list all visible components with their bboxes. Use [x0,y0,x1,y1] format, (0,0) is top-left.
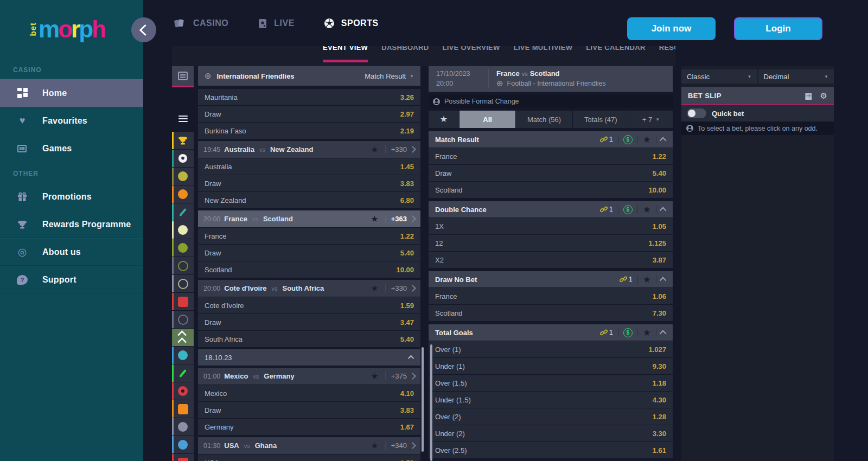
rail-volleyball-icon[interactable] [172,221,194,239]
odds-row[interactable]: Draw3.83 [198,175,420,191]
rail-rugby-union-icon[interactable] [172,275,194,292]
match-header-row[interactable]: 19:45AustraliavsNew Zealand★+330 [198,141,420,158]
rail-racing-flag-icon[interactable] [172,454,194,461]
filter-tab-totals-47[interactable]: Totals (47) [573,111,629,128]
favourite-star-icon[interactable]: ★ [643,275,651,284]
rail-baseball-icon[interactable] [172,347,194,364]
rail-football-icon[interactable] [172,150,194,167]
brand-logo[interactable]: bet morph [0,0,143,59]
collapse-chevron-icon[interactable] [660,330,667,337]
odds-row[interactable]: Draw5.40 [429,165,673,181]
favourite-star-icon[interactable]: ★ [643,205,651,214]
betslip-view-dropdown[interactable]: Classic ▼ [681,69,757,84]
odds-row[interactable]: Scotland7.30 [429,305,673,321]
odds-row[interactable]: Burkina Faso2.19 [198,123,420,139]
chevron-right-icon[interactable] [409,285,416,292]
chevron-right-icon[interactable] [409,373,416,380]
linked-bets[interactable]: 1 [620,276,633,283]
linked-bets[interactable]: 1 [600,136,613,143]
settings-gear-icon[interactable]: ⚙ [820,92,827,100]
rail-rugby-icon[interactable] [172,257,194,274]
favourite-star-icon[interactable]: ★ [371,441,378,450]
favourite-star-icon[interactable]: ★ [371,372,378,381]
favourite-star-icon[interactable]: ★ [371,215,378,223]
odds-row[interactable]: Over (1)1.027 [429,341,673,357]
sidebar-item-games[interactable]: Games [0,135,143,162]
odds-row[interactable]: Draw5.40 [198,245,420,261]
topnav-item-casino[interactable]: CASINO [174,18,228,29]
chevron-right-icon[interactable] [409,215,416,222]
topnav-item-live[interactable]: LIVE [258,18,295,29]
favourite-star-icon[interactable]: ★ [371,284,378,293]
chevron-right-icon[interactable] [409,146,416,153]
odds-row[interactable]: USA1.59 [198,454,420,461]
rail-tennis-icon[interactable] [172,168,194,185]
odds-row[interactable]: Over (2)1.28 [429,408,673,425]
odds-row[interactable]: Draw2.97 [198,106,420,122]
rail-mma-icon[interactable] [172,418,194,436]
chevron-right-icon[interactable] [409,442,416,449]
odds-row[interactable]: 1X1.05 [429,218,673,234]
favourite-star-icon[interactable]: ★ [371,145,378,154]
sidebar-item-promotions[interactable]: Promotions [0,183,143,210]
sidebar-item-rewards-programme[interactable]: Rewards Programme [0,210,143,238]
collapse-chevron-icon[interactable] [660,207,667,214]
sidebar-item-support[interactable]: ?Support [0,266,143,293]
match-header-row[interactable]: 20:00FrancevsScotland★+363 [198,210,420,227]
linked-bets[interactable]: 1 [600,329,613,336]
calculator-icon[interactable]: ▦ [805,92,812,100]
odds-row[interactable]: Over (1.5)1.18 [429,375,673,391]
linked-bets[interactable]: 1 [600,206,613,213]
topnav-item-sports[interactable]: SPORTS [324,18,379,29]
login-button[interactable]: Login [734,17,822,40]
rail-top-leagues-trophy-icon[interactable] [172,132,194,149]
rail-motorsport-icon[interactable] [172,293,194,310]
filter-tab-all[interactable]: All [459,111,515,128]
rail-rugby-ball-icon[interactable] [172,436,194,453]
odds-row[interactable]: Under (1)9.30 [429,358,673,374]
odds-row[interactable]: X23.87 [429,252,673,268]
favourite-star-icon[interactable]: ★ [643,328,651,337]
rail-boxing-icon[interactable] [172,400,194,418]
odds-row[interactable]: Draw3.83 [198,402,420,418]
sidebar-item-favourites[interactable]: ♥Favourites [0,107,143,135]
market-selector-dropdown[interactable]: Match Result ▼ [365,72,414,80]
match-header-row[interactable]: 01:00MexicovsGermany★+375 [198,368,420,385]
quick-bet-toggle[interactable] [687,108,706,118]
odds-row[interactable]: France1.22 [429,148,673,164]
event-detail-scrollbar[interactable] [430,344,432,461]
odds-row[interactable]: France1.22 [198,228,420,244]
collapse-chevron-icon[interactable] [660,277,667,284]
odds-row[interactable]: New Zealand6.80 [198,192,420,208]
join-now-button[interactable]: Join now [627,17,716,40]
odds-row[interactable]: Mexico4.10 [198,385,420,401]
odds-row[interactable]: Australia1.45 [198,158,420,175]
odds-row[interactable]: Scotland10.00 [198,261,420,278]
rail-collapse-sports-icon[interactable] [172,329,194,346]
collapse-chevron-icon[interactable] [660,137,667,144]
odds-row[interactable]: Over (2.5)1.61 [429,442,673,458]
sidebar-collapse-button[interactable] [131,17,156,42]
rail-coupon-icon[interactable] [172,66,194,87]
sidebar-item-about-us[interactable]: ◎About us [0,238,143,266]
rail-basketball-icon[interactable] [172,185,194,203]
odds-row[interactable]: Draw3.47 [198,314,420,330]
odds-row[interactable]: France1.06 [429,288,673,304]
sidebar-item-home[interactable]: Home [0,79,143,107]
event-list-scrollbar[interactable] [422,347,424,452]
rail-horse-racing-icon[interactable] [172,311,194,328]
odds-row[interactable]: South Africa5.40 [198,331,420,347]
odds-row[interactable]: Germany1.67 [198,419,420,435]
rail-darts-icon[interactable] [172,382,194,400]
match-header-row[interactable]: 20:00Cote d'IvoirevsSouth Africa★+330 [198,280,420,297]
odds-row[interactable]: Under (1.5)4.30 [429,392,673,408]
rail-whistle-icon[interactable] [172,203,194,221]
odds-row[interactable]: Cote d'Ivoire1.59 [198,297,420,313]
rail-table-tennis-icon[interactable] [172,239,194,257]
favourite-star-icon[interactable]: ★ [643,135,651,144]
odds-row[interactable]: 121.125 [429,235,673,251]
odds-format-dropdown[interactable]: Decimal ▼ [758,69,834,84]
odds-row[interactable]: Scotland10.00 [429,182,673,198]
match-header-row[interactable]: 01:30USAvsGhana★+340 [198,437,420,454]
filter-tab-match-56[interactable]: Match (56) [516,111,572,128]
